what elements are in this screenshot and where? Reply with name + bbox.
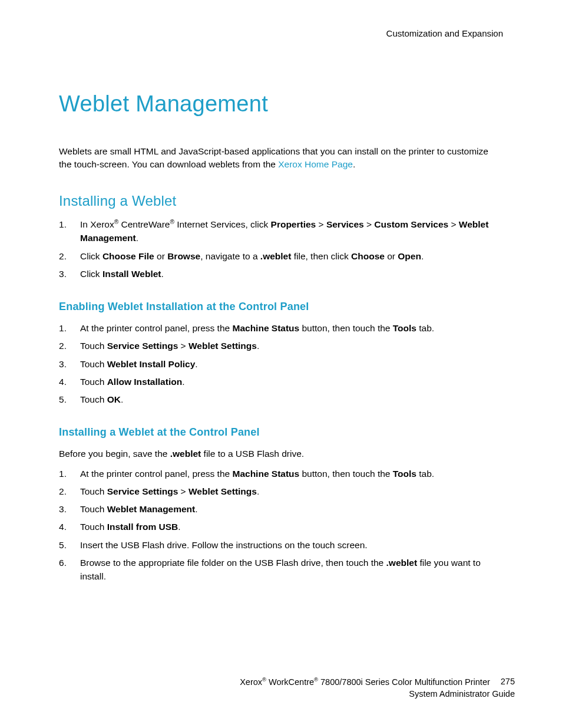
section-heading-installing-weblet: Installing a Weblet <box>59 193 503 209</box>
list-item: Click Choose File or Browse, navigate to… <box>59 249 503 263</box>
footer-guide-title: System Administrator Guide <box>59 688 515 700</box>
list-item: Touch Service Settings > Weblet Settings… <box>59 485 503 498</box>
list-item: Browse to the appropriate file folder on… <box>59 556 503 584</box>
steps-installing-weblet: In Xerox® CentreWare® Internet Services,… <box>59 218 503 281</box>
list-item: Touch Install from USB. <box>59 520 503 533</box>
intro-pre: Weblets are small HTML and JavaScript-ba… <box>59 146 488 169</box>
section-heading-enabling-weblet-install: Enabling Weblet Installation at the Cont… <box>59 301 503 313</box>
list-item: Insert the USB Flash drive. Follow the i… <box>59 538 503 552</box>
list-item: Touch OK. <box>59 393 503 406</box>
intro-paragraph: Weblets are small HTML and JavaScript-ba… <box>59 145 503 172</box>
list-item: Touch Service Settings > Weblet Settings… <box>59 339 503 353</box>
before-you-begin: Before you begin, save the .weblet file … <box>59 447 503 460</box>
list-item: Touch Weblet Install Policy. <box>59 357 503 371</box>
list-item: At the printer control panel, press the … <box>59 321 503 335</box>
page-header-section: Customization and Expansion <box>59 28 503 38</box>
intro-post: . <box>353 159 355 169</box>
list-item: At the printer control panel, press the … <box>59 467 503 480</box>
list-item: Touch Allow Installation. <box>59 375 503 388</box>
list-item: Touch Weblet Management. <box>59 502 503 516</box>
steps-install-at-control-panel: At the printer control panel, press the … <box>59 467 503 584</box>
list-item: In Xerox® CentreWare® Internet Services,… <box>59 218 503 245</box>
page-number: 275 <box>501 677 515 686</box>
section-heading-install-at-control-panel: Installing a Weblet at the Control Panel <box>59 426 503 439</box>
page-title: Weblet Management <box>59 91 503 117</box>
steps-enabling-weblet-install: At the printer control panel, press the … <box>59 321 503 406</box>
page-footer: Xerox® WorkCentre® 7800/7800i Series Col… <box>59 676 515 700</box>
list-item: Click Install Weblet. <box>59 267 503 281</box>
xerox-home-link[interactable]: Xerox Home Page <box>278 159 353 169</box>
